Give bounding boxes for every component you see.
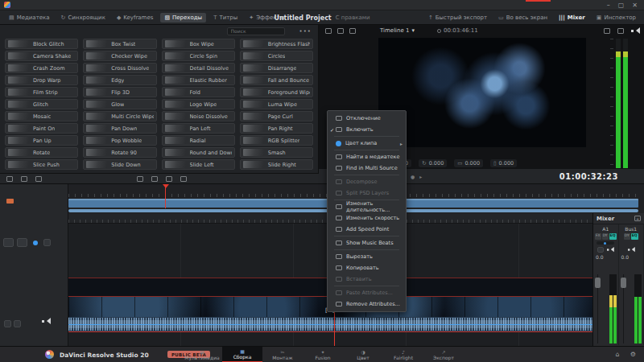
dual-viewer-icon[interactable] bbox=[337, 28, 344, 34]
menu-item[interactable]: ✓ Цвет клипа ▸ bbox=[328, 138, 406, 149]
audio-track-solo-icon[interactable] bbox=[14, 320, 21, 327]
channel-fader[interactable] bbox=[619, 274, 644, 343]
toolbar-button[interactable]: Т Титры bbox=[209, 13, 242, 23]
fader-handle[interactable] bbox=[595, 278, 601, 288]
audio-monitor-icon[interactable] bbox=[631, 27, 639, 35]
menu-item[interactable]: ✓ Decompose ▸ bbox=[328, 176, 406, 187]
menu-item[interactable]: ✓ ▸ bbox=[334, 150, 399, 150]
transition-tile[interactable]: Multi Circle Wipe bbox=[83, 111, 156, 121]
toolbar-right-button[interactable]: ||| Mixer bbox=[557, 13, 587, 23]
fx-chip[interactable]: FX bbox=[595, 233, 601, 240]
menu-item[interactable]: ✓ ▸ bbox=[334, 236, 399, 237]
transition-tile[interactable]: Pan Right bbox=[240, 123, 313, 134]
page-tab[interactable]: ♪ Fairlight bbox=[383, 347, 423, 362]
search-input[interactable] bbox=[227, 27, 285, 35]
toolbar-right-button[interactable]: ↑ Быстрый экспорт bbox=[427, 13, 489, 23]
audio-track-mute-icon[interactable] bbox=[42, 318, 50, 325]
transition-tile[interactable]: Logo Wipe bbox=[162, 99, 235, 109]
menu-item[interactable]: ✓ ▸ bbox=[334, 136, 399, 137]
link-clips-icon[interactable] bbox=[180, 176, 187, 182]
menu-item[interactable]: ✓ Вырезать ▸ bbox=[328, 251, 406, 262]
toolbar-button[interactable]: ◆ Keyframes bbox=[113, 13, 158, 23]
menu-item[interactable]: ✓ Найти в медиатеке ▸ bbox=[328, 151, 406, 162]
transition-tile[interactable]: Camera Shake bbox=[5, 51, 78, 61]
transition-tile[interactable]: Pop Wobble bbox=[83, 135, 156, 146]
menu-item[interactable]: ✓ ▸ bbox=[334, 286, 399, 286]
page-tab[interactable]: ▤ Мультимедиа bbox=[182, 347, 222, 362]
trim-tool-icon[interactable] bbox=[21, 176, 27, 182]
maximize-icon[interactable]: ▢ bbox=[618, 2, 625, 9]
transition-tile[interactable]: Cross Dissolve bbox=[83, 63, 156, 73]
project-settings-gear-icon[interactable]: ⚙ bbox=[630, 351, 636, 358]
transition-tile[interactable]: Disarrange bbox=[240, 63, 313, 73]
dynamics-chip[interactable]: DY bbox=[602, 233, 609, 240]
marker-icon[interactable] bbox=[151, 176, 158, 182]
transition-tile[interactable]: Elastic Rubber bbox=[162, 75, 235, 85]
menu-item[interactable]: ✓ Find in Multi Source ▸ bbox=[328, 162, 406, 174]
channel-mute-icon[interactable] bbox=[628, 246, 634, 252]
transition-tile[interactable]: Paint On bbox=[5, 123, 78, 134]
snapping-icon[interactable] bbox=[137, 176, 143, 182]
cue-a-icon[interactable]: ● bbox=[411, 174, 415, 179]
channel-fader[interactable] bbox=[593, 274, 618, 343]
pan-control[interactable] bbox=[597, 241, 614, 245]
minimize-icon[interactable]: – bbox=[607, 2, 610, 9]
channel-arm-icon[interactable] bbox=[597, 247, 604, 253]
toolbar-button[interactable]: ↻ Синхроящик bbox=[57, 13, 109, 23]
overview-playhead[interactable] bbox=[165, 184, 166, 208]
transition-tile[interactable]: Slice Push bbox=[5, 159, 78, 170]
transition-tile[interactable]: Radial bbox=[162, 135, 235, 146]
expand-mixer-icon[interactable]: + bbox=[634, 216, 641, 221]
menu-item[interactable]: ✓ Вставить ▸ bbox=[328, 274, 406, 285]
track-lock-icon[interactable] bbox=[3, 238, 14, 247]
transition-tile[interactable]: Block Glitch bbox=[5, 39, 78, 49]
volume-automation-line[interactable] bbox=[68, 324, 592, 325]
transform-value-chip[interactable]: ↻ 0.000 bbox=[419, 159, 447, 167]
track-enable-icon[interactable] bbox=[17, 238, 27, 247]
menu-item[interactable]: ✓ ▸ bbox=[334, 175, 399, 175]
audio-track-arm-icon[interactable] bbox=[4, 320, 11, 327]
dynamics-chip[interactable]: DY bbox=[624, 233, 630, 240]
transition-tile[interactable]: Mosaic bbox=[5, 111, 78, 121]
viewer-settings-icon[interactable] bbox=[617, 28, 624, 34]
menu-item[interactable]: ✓ ▸ bbox=[334, 249, 399, 250]
toolbar-button[interactable]: ▤ Медиатека bbox=[5, 13, 54, 23]
toolbar-button[interactable]: ✦ Эффекты bbox=[245, 13, 288, 23]
transition-tile[interactable]: Film Strip bbox=[5, 87, 78, 97]
page-tab[interactable]: ↗ Экспорт bbox=[423, 347, 464, 362]
transition-tile[interactable]: Crash Zoom bbox=[5, 63, 78, 73]
transition-tile[interactable]: Foreground Wipe bbox=[240, 87, 313, 97]
track-options-icon[interactable] bbox=[43, 239, 51, 246]
transition-tile[interactable]: Pan Up bbox=[5, 135, 78, 146]
page-tab[interactable]: ✦ Fusion bbox=[303, 347, 343, 362]
transition-tile[interactable]: Fold bbox=[162, 87, 235, 97]
toolbar-button[interactable]: ▧ Переходы bbox=[160, 13, 206, 23]
multicam-viewer-icon[interactable] bbox=[349, 28, 356, 34]
transition-tile[interactable]: Circles bbox=[240, 51, 313, 61]
flag-icon[interactable] bbox=[166, 176, 172, 182]
transition-tile[interactable]: Glitch bbox=[5, 99, 78, 109]
page-tab[interactable]: ✂ Монтаж bbox=[262, 347, 303, 362]
transform-value-chip[interactable]: ▭ 0.000 bbox=[454, 159, 483, 167]
transition-tile[interactable]: RGB Splitter bbox=[240, 135, 313, 146]
page-tab[interactable]: ▦ Сборка bbox=[222, 347, 262, 362]
fader-handle[interactable] bbox=[621, 278, 626, 288]
toolbar-right-button[interactable]: ▣ Инспектор bbox=[595, 13, 638, 23]
menu-item[interactable]: ✓ Remove Attributes... ▸ bbox=[328, 298, 406, 310]
transition-tile[interactable]: Fall and Bounce bbox=[240, 75, 313, 85]
close-icon[interactable]: ✕ bbox=[632, 2, 638, 9]
page-tab[interactable]: ◑ Цвет bbox=[343, 347, 383, 362]
transition-tile[interactable]: Slide Down bbox=[83, 159, 156, 170]
options-menu-icon[interactable]: ••• bbox=[299, 28, 312, 35]
transition-tile[interactable]: Slide Right bbox=[240, 159, 313, 170]
menu-item[interactable]: ✓ Отключение ▸ bbox=[328, 113, 406, 124]
menu-item[interactable]: ✓ Копировать ▸ bbox=[328, 262, 406, 274]
cue-b-icon[interactable]: ▸ bbox=[419, 174, 422, 179]
menu-item[interactable]: ✓ Show Music Beats ▸ bbox=[328, 237, 406, 249]
selection-tool-icon[interactable] bbox=[6, 176, 13, 182]
transition-tile[interactable]: Detail Dissolve bbox=[162, 63, 235, 73]
toolbar-right-button[interactable]: ▭ Во весь экран bbox=[497, 13, 549, 23]
transition-tile[interactable]: Pan Left bbox=[162, 123, 235, 134]
audio-clip[interactable] bbox=[68, 317, 592, 332]
transition-tile[interactable]: Circle Spin bbox=[162, 51, 235, 61]
